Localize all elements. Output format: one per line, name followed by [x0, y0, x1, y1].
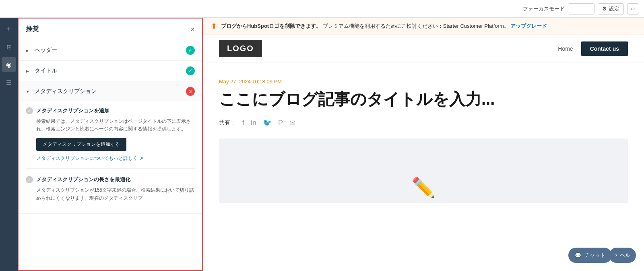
chevron-right-icon: ▶: [26, 48, 31, 53]
meta-learn-more-link[interactable]: メタディスクリプションについてもっと詳しく ↗: [36, 155, 195, 162]
upgrade-icon: ⬆: [211, 22, 217, 31]
help-widget[interactable]: ? ヘル: [609, 248, 636, 263]
blog-content: May 27, 2024 10:18:09 PM ここにブログ記事のタイトルを入…: [203, 62, 644, 219]
focus-toggle-off[interactable]: [568, 4, 581, 14]
blog-featured-image: ✏️: [219, 139, 628, 203]
add-meta-button[interactable]: メタディスクリプションを追加する: [36, 138, 126, 151]
panel-header: 推奨 ×: [19, 19, 202, 40]
share-email-icon[interactable]: ✉: [289, 118, 295, 127]
focus-toggle[interactable]: [568, 3, 594, 14]
content-icon: ☰: [6, 79, 12, 86]
sub-item-optimize-desc: メタディスクリプションが155文字未満の場合、検索結果において切り詰められにくく…: [26, 186, 195, 202]
focus-toggle-on[interactable]: [581, 4, 594, 14]
sub-item-optimize-title: メタディスクリプションの長さを最適化: [36, 176, 130, 183]
settings-button[interactable]: ⚙ 設定: [598, 3, 624, 14]
contact-us-button[interactable]: Contact us: [581, 41, 628, 56]
upgrade-banner: ⬆ ブログからHubSpotロゴを削除できます。 プレミアム機能を利用するために…: [203, 18, 644, 35]
sub-check-icon-2: ✓: [26, 176, 33, 183]
preview-nav: LOGO Home Contact us: [203, 35, 644, 62]
upgrade-link[interactable]: アップグレード: [510, 23, 547, 29]
title-check-icon: ✓: [186, 66, 195, 75]
section-meta-label: メタディスクリプション: [35, 88, 183, 95]
banner-text: ブログからHubSpotロゴを削除できます。 プレミアム機能を利用するためにご検…: [221, 23, 547, 30]
sub-item-optimize-length: ✓ メタディスクリプションの長さを最適化 メタディスクリプションが155文字未満…: [26, 170, 195, 202]
focus-mode-label: フォーカスモード: [523, 5, 565, 12]
seo-icon: ◉: [6, 61, 12, 68]
sub-check-icon: ✓: [26, 107, 33, 114]
sidebar-narrow: + ⊞ ◉ ☰: [0, 18, 18, 271]
top-bar: フォーカスモード ⚙ 設定 ↩: [0, 0, 644, 18]
share-facebook-icon[interactable]: f: [242, 119, 244, 127]
section-title-label: タイトル: [35, 67, 183, 74]
sidebar-btn-content[interactable]: ☰: [2, 75, 16, 89]
nav-link-home[interactable]: Home: [558, 46, 573, 52]
preview-area: ⬆ ブログからHubSpotロゴを削除できます。 プレミアム機能を利用するために…: [203, 18, 644, 271]
section-header: ▶ ヘッダー ✓: [19, 40, 202, 61]
meta-body: ✓ メタディスクリプションを追加 検索結果では、メタディスクリプションはページタ…: [19, 101, 202, 213]
chat-label: チャット: [584, 252, 605, 259]
separator: [26, 168, 195, 169]
recommendations-panel: 推奨 × ▶ ヘッダー ✓ ▶ タイトル ✓: [18, 18, 203, 271]
chevron-right-icon-2: ▶: [26, 69, 31, 73]
share-twitter-icon[interactable]: 🐦: [263, 118, 272, 127]
panel-title: 推奨: [26, 25, 39, 33]
share-label: 共有：: [219, 119, 236, 126]
share-linkedin-icon[interactable]: in: [251, 119, 256, 127]
help-icon: ?: [615, 252, 617, 259]
gear-icon: ⚙: [602, 6, 607, 12]
section-header-label: ヘッダー: [35, 47, 183, 54]
sub-item-optimize-header: ✓ メタディスクリプションの長さを最適化: [26, 176, 195, 183]
logo: LOGO: [219, 40, 262, 57]
layout-icon: ⊞: [6, 43, 12, 51]
sidebar-btn-add[interactable]: +: [2, 22, 16, 36]
plus-icon: +: [7, 25, 10, 33]
panel-close-button[interactable]: ×: [190, 26, 195, 33]
main-layout: + ⊞ ◉ ☰ 推奨 × ▶ ヘッダー ✓: [0, 18, 644, 271]
sidebar-btn-layout[interactable]: ⊞: [2, 39, 16, 54]
sidebar-btn-seo[interactable]: ◉: [2, 57, 16, 72]
section-header-toggle[interactable]: ▶ ヘッダー ✓: [19, 40, 202, 60]
section-meta: ▼ メタディスクリプション 3 ✓ メタディスクリプションを追加 検索結果では、…: [19, 81, 202, 214]
undo-button[interactable]: ↩: [627, 3, 639, 14]
nav-links: Home Contact us: [558, 41, 628, 56]
sub-item-add-meta-header: ✓ メタディスクリプションを追加: [26, 107, 195, 114]
help-label: ヘル: [620, 252, 630, 259]
external-link-icon: ↗: [139, 156, 143, 161]
sub-item-add-meta: ✓ メタディスクリプションを追加 検索結果では、メタディスクリプションはページタ…: [26, 101, 195, 162]
blog-title: ここにブログ記事のタイトルを入力...: [219, 89, 628, 109]
section-title: ▶ タイトル ✓: [19, 61, 202, 81]
section-meta-toggle[interactable]: ▼ メタディスクリプション 3: [19, 81, 202, 101]
chevron-down-icon: ▼: [26, 89, 31, 94]
meta-badge: 3: [186, 87, 195, 96]
chat-widget[interactable]: 💬 チャット: [568, 248, 612, 263]
section-title-toggle[interactable]: ▶ タイトル ✓: [19, 61, 202, 81]
header-check-icon: ✓: [186, 46, 195, 55]
sub-item-add-meta-desc: 検索結果では、メタディスクリプションはページタイトルの下に表示され、検索エンジン…: [26, 118, 195, 133]
share-pinterest-icon[interactable]: P: [278, 119, 283, 127]
sub-item-add-meta-title: メタディスクリプションを追加: [36, 107, 109, 114]
panel-content: ▶ ヘッダー ✓ ▶ タイトル ✓ ▼ メタディスクリプション 3: [19, 40, 202, 270]
chat-bubble-icon: 💬: [575, 252, 581, 259]
pencil-icon: ✏️: [411, 176, 436, 199]
blog-date: May 27, 2024 10:18:09 PM: [219, 79, 628, 85]
undo-icon: ↩: [631, 6, 636, 12]
share-row: 共有： f in 🐦 P ✉: [219, 118, 628, 127]
